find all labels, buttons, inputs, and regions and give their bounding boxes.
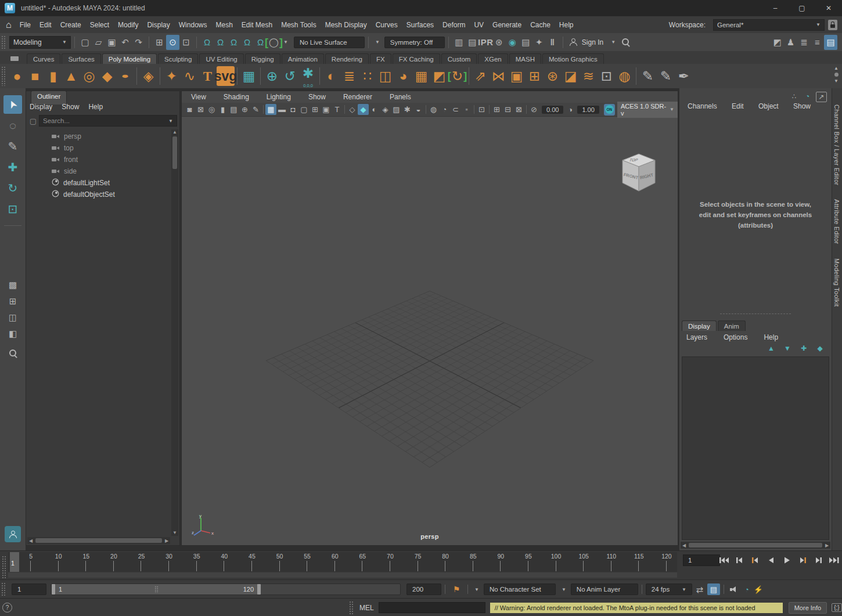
graph-icon[interactable]: ↗ xyxy=(816,92,827,102)
grease-pencil-icon[interactable]: ✎ xyxy=(250,104,261,115)
bookmark-icon[interactable]: ▮ xyxy=(217,104,228,115)
menu-help[interactable]: Help xyxy=(87,103,104,111)
animation-end-field[interactable]: 200 xyxy=(406,583,441,595)
mirror-icon[interactable]: ◫ xyxy=(376,66,394,86)
home-icon[interactable]: ⌂ xyxy=(6,20,12,30)
range-end-handle[interactable] xyxy=(257,584,261,595)
menu-view[interactable]: View xyxy=(190,93,207,101)
duplicate-face-icon[interactable]: ⊞ xyxy=(526,66,544,86)
platonic-solid-icon[interactable]: ◈ xyxy=(139,66,157,86)
fps-dropdown[interactable]: 24 fps ▼ xyxy=(646,583,692,595)
minimize-button[interactable]: – xyxy=(762,0,789,16)
tab-motion-graphics[interactable]: Motion Graphics xyxy=(542,53,604,64)
script-editor-icon[interactable]: {;} xyxy=(832,603,841,612)
menu-file[interactable]: File xyxy=(19,21,32,29)
helix-icon[interactable]: ∿ xyxy=(181,66,199,86)
anim-layer-dropdown[interactable]: No Anim Layer xyxy=(571,583,638,595)
tab-xgen[interactable]: XGen xyxy=(478,53,508,64)
snap-projected-icon[interactable]: Ω xyxy=(240,35,254,50)
layer-move-down-icon[interactable]: ▼ xyxy=(782,344,793,353)
outliner-hscrollbar[interactable]: ◀ ▶ xyxy=(27,537,170,544)
close-button[interactable]: ✕ xyxy=(815,0,842,16)
drag-handle[interactable] xyxy=(1,35,6,49)
tab-mash[interactable]: MASH xyxy=(509,53,541,64)
render-frame-icon[interactable]: ▤ xyxy=(466,35,479,50)
viewport-canvas[interactable]: TOP FRONT RIGHT y x z persp xyxy=(182,117,677,545)
undo-icon[interactable]: ↶ xyxy=(118,35,132,50)
color-management-toggle[interactable]: ON xyxy=(604,104,615,116)
outliner-search-input[interactable]: Search... ▼ xyxy=(39,115,177,127)
smooth-icon[interactable]: ◕ xyxy=(394,66,412,86)
audio-icon[interactable] xyxy=(730,586,739,593)
tab-custom[interactable]: Custom xyxy=(441,53,477,64)
character-set-dropdown[interactable]: No Character Set xyxy=(484,583,556,595)
snap-point-icon[interactable]: Ω xyxy=(227,35,240,50)
drag-handle[interactable] xyxy=(2,556,7,579)
time-ruler[interactable]: 1 51015202530354045505560657075808590951… xyxy=(8,552,677,572)
chevron-down-icon[interactable]: ▼ xyxy=(375,39,380,45)
boolean-icon[interactable]: ◐ xyxy=(322,66,340,86)
paste-buffer-icon[interactable]: ⊟ xyxy=(502,104,513,115)
safe-title-icon[interactable]: T xyxy=(332,104,343,115)
menu-lighting[interactable]: Lighting xyxy=(265,93,292,101)
help-icon[interactable]: ? xyxy=(2,603,12,613)
circularize-icon[interactable]: ⊛ xyxy=(544,66,562,86)
scroll-thumb[interactable] xyxy=(689,543,822,547)
layer-new-icon[interactable]: ✚ xyxy=(798,344,809,353)
open-scene-icon[interactable]: ▱ xyxy=(92,35,105,50)
modeling-toolkit-icon[interactable]: ◩ xyxy=(771,35,784,50)
exposure-icon[interactable]: ⊘ xyxy=(528,104,539,115)
outliner-item-defaultLightSet[interactable]: defaultLightSet xyxy=(44,177,169,189)
render-view-icon[interactable]: ▥ xyxy=(452,35,466,50)
attribute-editor-icon[interactable]: ≣ xyxy=(797,35,811,50)
loop-icon[interactable]: ⇄ xyxy=(692,581,707,597)
range-grip[interactable] xyxy=(154,586,159,593)
poly-cube-icon[interactable]: ■ xyxy=(26,66,44,86)
multisample-icon[interactable]: ▪ xyxy=(461,104,472,115)
menu-deform[interactable]: Deform xyxy=(441,21,466,29)
scroll-right-icon[interactable]: ▶ xyxy=(163,538,170,543)
tab-rigging[interactable]: Rigging xyxy=(245,53,280,64)
scroll-up-icon[interactable]: ▲ xyxy=(172,129,177,135)
pause-viewport-icon[interactable]: ‖ xyxy=(546,35,559,50)
resolution-gate-icon[interactable]: ◘ xyxy=(287,104,298,115)
ipr-render-icon[interactable]: IPR xyxy=(479,35,492,50)
bookmark-icon[interactable]: ⚑ xyxy=(449,581,464,597)
reset-transform-icon[interactable]: ↺ xyxy=(281,66,299,86)
wireframe-icon[interactable]: ◇ xyxy=(347,104,358,115)
outliner-item-front[interactable]: front xyxy=(44,154,169,165)
lookdev-icon[interactable]: ✦ xyxy=(532,35,546,50)
outliner-item-top[interactable]: top xyxy=(44,142,169,154)
pan-zoom-icon[interactable]: ⊕ xyxy=(239,104,250,115)
screenshot-icon[interactable]: ⊠ xyxy=(513,104,524,115)
split-pane-icon[interactable]: ◫ xyxy=(5,311,20,323)
menu-show[interactable]: Show xyxy=(792,102,812,110)
save-scene-icon[interactable]: ▣ xyxy=(105,35,118,50)
image-plane-icon[interactable]: ▤ xyxy=(228,104,239,115)
menu-windows[interactable]: Windows xyxy=(178,21,208,29)
triangulate-icon[interactable]: ◩ xyxy=(430,66,448,86)
menu-display[interactable]: Display xyxy=(146,21,171,29)
occlusion-icon[interactable]: ◍ xyxy=(428,104,439,115)
single-pane-icon[interactable]: ◧ xyxy=(5,327,20,340)
view-cube[interactable]: TOP FRONT RIGHT xyxy=(617,150,661,197)
tab-uv-editing[interactable]: UV Editing xyxy=(199,53,243,64)
next-key-button[interactable] xyxy=(795,553,809,567)
user-avatar[interactable] xyxy=(5,526,21,542)
poly-disc-icon[interactable]: ● xyxy=(116,71,134,82)
conform-icon[interactable]: ≋ xyxy=(580,66,598,86)
select-component-icon[interactable]: ⊡ xyxy=(179,35,193,50)
render-sequence-icon[interactable]: ▤ xyxy=(519,35,532,50)
menu-display[interactable]: Display xyxy=(28,103,53,111)
field-chart-icon[interactable]: ⊞ xyxy=(310,104,321,115)
camera-lock-icon[interactable]: ⊠ xyxy=(195,104,206,115)
poly-torus-icon[interactable]: ◎ xyxy=(80,66,98,86)
menu-panels[interactable]: Panels xyxy=(388,93,412,101)
symmetry-field[interactable]: Symmetry: Off xyxy=(384,37,445,48)
colorspace-dropdown[interactable]: ACES 1.0 SDR-v ▼ xyxy=(617,102,678,118)
camera-attributes-icon[interactable]: ◎ xyxy=(206,104,217,115)
subdivide-icon[interactable]: ▦ xyxy=(412,66,430,86)
tool-settings-icon[interactable]: ≡ xyxy=(811,35,824,50)
tab-curves[interactable]: Curves xyxy=(27,53,60,64)
go-to-start-button[interactable] xyxy=(717,553,731,567)
